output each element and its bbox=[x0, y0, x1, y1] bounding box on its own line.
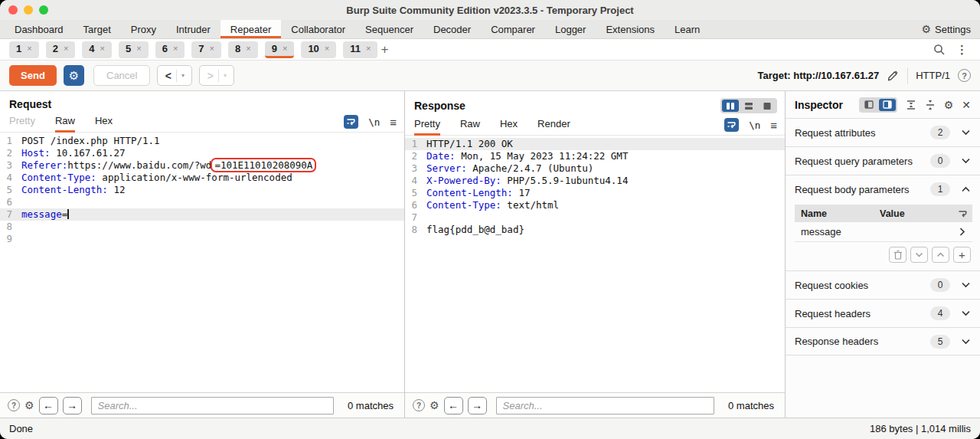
move-down-button[interactable] bbox=[910, 247, 928, 263]
next-match-button[interactable]: → bbox=[63, 397, 82, 414]
parameter-row[interactable]: message bbox=[795, 222, 972, 242]
repeater-tab-5[interactable]: 5× bbox=[119, 41, 149, 58]
history-back-button[interactable]: < ▾ bbox=[157, 65, 192, 86]
chevron-down-icon[interactable] bbox=[961, 310, 971, 316]
main-tab-target[interactable]: Target bbox=[74, 20, 121, 38]
http-version-selector[interactable]: HTTP/1 bbox=[916, 70, 950, 81]
editor-menu-icon[interactable]: ≡ bbox=[390, 116, 397, 129]
chevron-right-icon[interactable] bbox=[952, 227, 972, 237]
settings-button[interactable]: ⚙ Settings bbox=[921, 20, 980, 38]
response-editor[interactable]: 1HTTP/1.1 200 OK2Date: Mon, 15 May 2023 … bbox=[405, 136, 785, 392]
forward-dropdown-icon[interactable]: ▾ bbox=[219, 72, 231, 79]
word-wrap-icon[interactable] bbox=[724, 118, 739, 132]
main-tab-decoder[interactable]: Decoder bbox=[423, 20, 481, 38]
main-tab-dashboard[interactable]: Dashboard bbox=[5, 20, 74, 38]
main-tab-learn[interactable]: Learn bbox=[665, 20, 710, 38]
collapse-all-icon[interactable] bbox=[925, 100, 936, 110]
editor-menu-icon[interactable]: ≡ bbox=[770, 119, 777, 132]
request-tab-hex[interactable]: Hex bbox=[95, 112, 113, 133]
layout-single-button[interactable] bbox=[759, 100, 776, 112]
search-settings-icon[interactable]: ⚙ bbox=[430, 400, 439, 411]
expand-all-icon[interactable] bbox=[906, 100, 916, 110]
repeater-tab-7[interactable]: 7× bbox=[191, 41, 221, 58]
request-tab-pretty[interactable]: Pretty bbox=[9, 112, 35, 133]
main-tab-comparer[interactable]: Comparer bbox=[481, 20, 545, 38]
delete-parameter-button[interactable] bbox=[889, 247, 906, 263]
main-tab-sequencer[interactable]: Sequencer bbox=[355, 20, 423, 38]
dock-left-button[interactable] bbox=[861, 99, 877, 111]
repeater-tab-6[interactable]: 6× bbox=[155, 41, 185, 58]
response-tab-hex[interactable]: Hex bbox=[500, 115, 518, 136]
request-tab-raw[interactable]: Raw bbox=[55, 112, 75, 133]
add-parameter-button[interactable]: + bbox=[953, 247, 971, 263]
response-tab-raw[interactable]: Raw bbox=[460, 115, 480, 136]
repeater-tab-11[interactable]: 11× bbox=[343, 41, 377, 58]
layout-columns-button[interactable] bbox=[722, 100, 739, 112]
word-wrap-icon[interactable] bbox=[952, 209, 972, 218]
request-search-input[interactable] bbox=[91, 397, 334, 414]
close-tab-icon[interactable]: × bbox=[325, 44, 329, 53]
more-options-icon[interactable]: ⋮ bbox=[956, 43, 968, 57]
main-tab-repeater[interactable]: Repeater bbox=[220, 20, 281, 38]
close-inspector-icon[interactable]: ✕ bbox=[962, 99, 971, 111]
chevron-up-icon[interactable] bbox=[961, 186, 971, 192]
word-wrap-icon[interactable] bbox=[344, 115, 358, 129]
request-editor[interactable]: 1POST /index.php HTTP/1.12Host: 10.167.6… bbox=[0, 133, 404, 392]
help-icon[interactable]: ? bbox=[958, 69, 971, 82]
chevron-down-icon[interactable] bbox=[961, 339, 971, 345]
main-tab-intruder[interactable]: Intruder bbox=[166, 20, 220, 38]
close-tab-icon[interactable]: × bbox=[173, 44, 178, 53]
response-tab-render[interactable]: Render bbox=[537, 115, 570, 136]
history-forward-button[interactable]: > ▾ bbox=[199, 65, 234, 86]
response-search-input[interactable] bbox=[496, 397, 714, 414]
repeater-tab-10[interactable]: 10× bbox=[301, 41, 336, 58]
chevron-down-icon[interactable] bbox=[961, 158, 971, 164]
repeater-tab-2[interactable]: 2× bbox=[46, 41, 76, 58]
repeater-tab-4[interactable]: 4× bbox=[82, 41, 112, 58]
move-up-button[interactable] bbox=[932, 247, 949, 263]
chevron-down-icon[interactable] bbox=[961, 129, 971, 136]
section-count-badge: 2 bbox=[930, 126, 950, 139]
prev-match-button[interactable]: ← bbox=[444, 397, 463, 414]
main-tab-extensions[interactable]: Extensions bbox=[596, 20, 665, 38]
search-settings-icon[interactable]: ⚙ bbox=[24, 400, 34, 411]
inspector-section-request-body-parameters[interactable]: Request body parameters1 bbox=[786, 175, 980, 203]
inspector-section-request-cookies[interactable]: Request cookies0 bbox=[786, 270, 980, 299]
prev-match-button[interactable]: ← bbox=[39, 397, 58, 414]
add-tab-button[interactable]: + bbox=[381, 42, 388, 57]
edit-target-icon[interactable] bbox=[887, 69, 900, 82]
chevron-down-icon[interactable] bbox=[961, 282, 971, 288]
send-button[interactable]: Send bbox=[9, 65, 57, 86]
layout-rows-button[interactable] bbox=[740, 100, 757, 112]
inspector-section-request-headers[interactable]: Request headers4 bbox=[786, 299, 980, 327]
repeater-tab-1[interactable]: 1× bbox=[9, 41, 39, 58]
show-newlines-icon[interactable]: \n bbox=[368, 116, 380, 128]
show-newlines-icon[interactable]: \n bbox=[749, 120, 760, 131]
close-tab-icon[interactable]: × bbox=[366, 44, 371, 53]
inspector-section-request-query-parameters[interactable]: Request query parameters0 bbox=[786, 146, 980, 175]
close-tab-icon[interactable]: × bbox=[64, 44, 68, 53]
close-tab-icon[interactable]: × bbox=[27, 44, 31, 53]
main-tab-logger[interactable]: Logger bbox=[545, 20, 596, 38]
search-help-icon[interactable]: ? bbox=[8, 399, 20, 411]
main-tab-collaborator[interactable]: Collaborator bbox=[281, 20, 355, 38]
close-tab-icon[interactable]: × bbox=[283, 44, 287, 53]
search-icon[interactable] bbox=[933, 44, 946, 56]
response-tab-pretty[interactable]: Pretty bbox=[414, 115, 440, 136]
inspector-settings-icon[interactable]: ⚙ bbox=[944, 100, 954, 110]
send-settings-button[interactable]: ⚙ bbox=[64, 65, 84, 86]
next-match-button[interactable]: → bbox=[468, 397, 487, 414]
inspector-section-request-attributes[interactable]: Request attributes2 bbox=[786, 118, 980, 146]
close-tab-icon[interactable]: × bbox=[210, 44, 214, 53]
back-dropdown-icon[interactable]: ▾ bbox=[177, 72, 189, 79]
repeater-tab-9[interactable]: 9× bbox=[265, 41, 295, 58]
inspector-section-response-headers[interactable]: Response headers5 bbox=[786, 327, 980, 355]
close-tab-icon[interactable]: × bbox=[246, 44, 250, 53]
dock-right-button[interactable] bbox=[879, 99, 896, 111]
cancel-button[interactable]: Cancel bbox=[93, 65, 150, 86]
main-tab-proxy[interactable]: Proxy bbox=[121, 20, 166, 38]
close-tab-icon[interactable]: × bbox=[100, 44, 105, 53]
close-tab-icon[interactable]: × bbox=[136, 44, 141, 53]
repeater-tab-8[interactable]: 8× bbox=[228, 41, 258, 58]
search-help-icon[interactable]: ? bbox=[413, 399, 425, 411]
